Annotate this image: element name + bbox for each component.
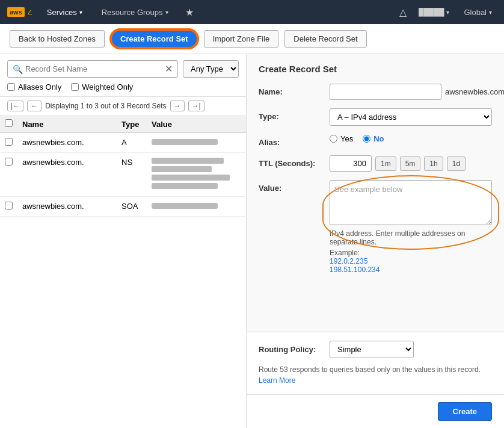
alias-yes-option[interactable]: Yes: [330, 134, 353, 143]
left-panel: 🔍 ✕ Any Type Aliases Only Weighted Only: [0, 54, 247, 428]
record-type: NS: [117, 153, 147, 197]
table-row[interactable]: awsnewbies.com. SOA: [0, 197, 246, 217]
row-checkbox[interactable]: [5, 202, 13, 209]
clear-search-button[interactable]: ✕: [165, 63, 173, 75]
star-icon[interactable]: ★: [183, 4, 196, 20]
services-chevron-icon: ▾: [79, 9, 82, 16]
value-textarea[interactable]: [330, 180, 492, 225]
row-checkbox[interactable]: [5, 158, 13, 166]
next-page-button[interactable]: →: [170, 101, 185, 111]
search-box: 🔍 ✕: [7, 60, 178, 78]
routing-hint: Route 53 responds to queries based only …: [259, 364, 492, 386]
record-value: [147, 197, 246, 217]
routing-label: Routing Policy:: [259, 345, 325, 354]
aws-logo: aws ∠: [7, 7, 32, 17]
type-filter-select[interactable]: Any Type: [183, 60, 239, 78]
ttl-1d-button[interactable]: 1d: [447, 157, 466, 171]
delete-record-set-button[interactable]: Delete Record Set: [284, 30, 366, 48]
type-column-header: Type: [117, 116, 147, 133]
nav-services[interactable]: Services ▾: [42, 5, 87, 19]
records-table: Name Type Value awsnewbies.com. A: [0, 116, 246, 428]
aws-smile: ∠: [27, 9, 32, 16]
learn-more-link[interactable]: Learn More: [259, 376, 295, 385]
record-value: [147, 153, 246, 197]
row-checkbox[interactable]: [5, 138, 13, 146]
name-input[interactable]: [330, 84, 441, 100]
top-nav: aws ∠ Services ▾ Resource Groups ▾ ★ △ █…: [0, 0, 504, 24]
nav-resource-groups[interactable]: Resource Groups ▾: [97, 5, 173, 19]
username-label: █████: [419, 8, 444, 16]
record-name: awsnewbies.com.: [17, 197, 117, 217]
name-label: Name:: [259, 84, 325, 96]
global-chevron-icon: ▾: [489, 9, 492, 16]
name-row: Name: awsnewbies.com.: [259, 84, 492, 100]
pagination-text: Displaying 1 to 3 out of 3 Record Sets: [45, 102, 166, 110]
value-column-header: Value: [147, 116, 246, 133]
alias-no-radio[interactable]: [363, 135, 370, 143]
ttl-input[interactable]: [330, 155, 372, 172]
type-row: Type: A – IPv4 address: [259, 108, 492, 126]
back-button[interactable]: Back to Hosted Zones: [10, 30, 105, 48]
pagination: |← ← Displaying 1 to 3 out of 3 Record S…: [0, 97, 246, 116]
search-input[interactable]: [25, 64, 165, 73]
aliases-only-filter[interactable]: Aliases Only: [7, 82, 61, 91]
bottom-bar: Create: [247, 394, 504, 428]
record-name: awsnewbies.com.: [17, 133, 117, 153]
example-label: Example: 192.0.2.235 198.51.100.234: [330, 249, 492, 274]
weighted-only-filter[interactable]: Weighted Only: [71, 82, 133, 91]
value-hint: IPv4 address. Enter multiple addresses o…: [330, 229, 492, 246]
name-column-header: Name: [17, 116, 117, 133]
last-page-button[interactable]: →|: [188, 101, 204, 111]
value-row: Value: See example below IPv4 address. E…: [259, 180, 492, 274]
value-label: Value:: [259, 180, 325, 193]
import-zone-file-button[interactable]: Import Zone File: [204, 30, 279, 48]
domain-suffix: awsnewbies.com.: [445, 87, 504, 96]
prev-page-button[interactable]: ←: [27, 101, 41, 111]
record-name: awsnewbies.com.: [17, 153, 117, 197]
user-chevron-icon: ▾: [446, 9, 449, 16]
table-row[interactable]: awsnewbies.com. NS: [0, 153, 246, 197]
ttl-row: TTL (Seconds): 1m 5m 1h 1d: [259, 155, 492, 172]
main-layout: 🔍 ✕ Any Type Aliases Only Weighted Only: [0, 54, 504, 428]
search-icon: 🔍: [13, 64, 23, 74]
create-record-set-button[interactable]: Create Record Set: [111, 29, 198, 48]
record-type: SOA: [117, 197, 147, 217]
nav-user[interactable]: █████ ▾: [419, 8, 450, 16]
first-page-button[interactable]: |←: [7, 101, 23, 111]
select-all-checkbox[interactable]: [5, 119, 13, 127]
aliases-only-checkbox[interactable]: [7, 83, 15, 91]
alias-label: Alias:: [259, 134, 325, 147]
ttl-1m-button[interactable]: 1m: [375, 157, 396, 171]
bell-icon[interactable]: △: [397, 4, 409, 20]
aws-logo-text: aws: [7, 7, 25, 17]
search-area: 🔍 ✕ Any Type Aliases Only Weighted Only: [0, 54, 246, 97]
table-row[interactable]: awsnewbies.com. A: [0, 133, 246, 153]
ttl-label: TTL (Seconds):: [259, 155, 325, 168]
panel-title: Create Record Set: [259, 64, 492, 74]
ttl-1h-button[interactable]: 1h: [424, 157, 443, 171]
type-select[interactable]: A – IPv4 address: [330, 108, 492, 126]
resource-groups-chevron-icon: ▾: [165, 9, 168, 16]
toolbar: Back to Hosted Zones Create Record Set I…: [0, 24, 504, 54]
alias-no-option[interactable]: No: [363, 134, 384, 143]
alias-yes-radio[interactable]: [330, 135, 337, 143]
alias-row: Alias: Yes No: [259, 134, 492, 147]
weighted-only-checkbox[interactable]: [71, 83, 79, 91]
create-button[interactable]: Create: [438, 402, 492, 421]
routing-section: Routing Policy: Simple Route 53 responds…: [247, 332, 504, 394]
routing-policy-select[interactable]: Simple: [330, 341, 414, 358]
record-value: [147, 133, 246, 153]
nav-global[interactable]: Global ▾: [459, 5, 497, 19]
select-all-header: [0, 116, 17, 133]
type-label: Type:: [259, 108, 325, 121]
ttl-5m-button[interactable]: 5m: [400, 157, 421, 171]
record-type: A: [117, 133, 147, 153]
right-panel: Create Record Set Name: awsnewbies.com. …: [247, 54, 504, 428]
